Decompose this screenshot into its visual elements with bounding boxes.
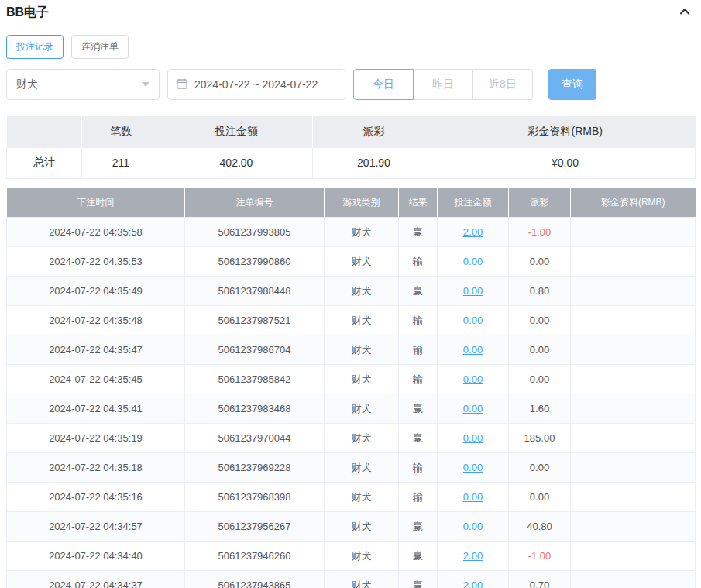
- bonus-value: [571, 571, 696, 588]
- game-select-value: 财犬: [16, 77, 38, 91]
- game-type: 财犬: [325, 277, 399, 306]
- bet-time: 2024-07-22 04:35:18: [7, 453, 185, 483]
- bet-amount-cell: 0.00: [438, 365, 509, 394]
- bet-amount-link[interactable]: 0.00: [463, 344, 483, 356]
- bet-amount-cell: 0.00: [438, 453, 509, 483]
- bet-amount-link[interactable]: 0.00: [463, 462, 483, 473]
- result-label: 输: [399, 453, 438, 483]
- payout-value: 0.00: [509, 247, 571, 277]
- payout-value: -1.00: [509, 218, 571, 247]
- result-label: 输: [399, 247, 438, 277]
- order-id: 5061237987521: [185, 306, 325, 335]
- table-row: 2024-07-22 04:35:585061237993805财犬赢2.00-…: [7, 218, 696, 247]
- result-label: 输: [399, 365, 438, 394]
- bet-amount-link[interactable]: 0.00: [463, 373, 483, 385]
- bet-time: 2024-07-22 04:35:58: [7, 218, 185, 247]
- filter-bar: 财犬 2024-07-22 ~ 2024-07-22 今日 昨日 近8日 查询: [6, 69, 695, 100]
- table-row: 2024-07-22 04:35:475061237986704财犬输0.000…: [7, 335, 696, 365]
- game-type: 财犬: [325, 512, 399, 542]
- tab-bet-records[interactable]: 投注记录: [6, 35, 64, 59]
- bet-amount-cell: 0.00: [438, 306, 509, 335]
- col-header-game-type: 游戏类别: [325, 188, 399, 218]
- bonus-value: [571, 335, 696, 365]
- game-type: 财犬: [325, 424, 399, 453]
- last-8-days-button[interactable]: 近8日: [472, 69, 533, 100]
- summary-header-row: 笔数 投注金额 派彩 彩金资料(RMB): [7, 116, 696, 147]
- bet-amount-link[interactable]: 0.00: [463, 403, 483, 414]
- table-row: 2024-07-22 04:35:165061237968398财犬输0.000…: [7, 483, 696, 512]
- tab-bar: 投注记录 连消注单: [6, 35, 695, 59]
- col-header-bonus: 彩金资料(RMB): [571, 188, 696, 218]
- table-row: 2024-07-22 04:35:485061237987521财犬输0.000…: [7, 306, 696, 335]
- bet-amount-link[interactable]: 0.00: [463, 285, 483, 297]
- bet-amount-link[interactable]: 2.00: [463, 226, 483, 238]
- game-type: 财犬: [325, 483, 399, 512]
- collapse-button[interactable]: [678, 5, 692, 21]
- game-type: 财犬: [325, 218, 399, 247]
- bonus-value: [571, 512, 696, 542]
- bet-amount-link[interactable]: 0.00: [463, 256, 483, 267]
- order-id: 5061237990860: [185, 247, 325, 277]
- table-row: 2024-07-22 04:35:455061237985842财犬输0.000…: [7, 365, 696, 394]
- search-button[interactable]: 查询: [548, 69, 596, 100]
- result-label: 赢: [399, 277, 438, 306]
- summary-total-bonus: ¥0.00: [435, 147, 696, 178]
- bonus-value: [571, 218, 696, 247]
- table-row: 2024-07-22 04:34:575061237956267财犬赢0.004…: [7, 512, 696, 542]
- summary-total-bet-amount: 402.00: [160, 147, 313, 178]
- today-button[interactable]: 今日: [353, 69, 414, 100]
- bet-amount-link[interactable]: 0.00: [463, 315, 483, 326]
- bet-amount-cell: 0.00: [438, 512, 509, 542]
- order-id: 5061237988448: [185, 277, 325, 306]
- bet-time: 2024-07-22 04:34:40: [7, 542, 185, 571]
- date-range-picker[interactable]: 2024-07-22 ~ 2024-07-22: [167, 69, 345, 100]
- tab-canceled-orders[interactable]: 连消注单: [71, 35, 129, 59]
- game-type: 财犬: [325, 394, 399, 424]
- game-select[interactable]: 财犬: [6, 69, 160, 100]
- bet-table-body: 2024-07-22 04:35:585061237993805财犬赢2.00-…: [7, 218, 696, 588]
- bet-time: 2024-07-22 04:35:47: [7, 335, 185, 365]
- calendar-icon: [176, 77, 188, 92]
- summary-header-blank: [7, 116, 82, 147]
- result-label: 赢: [399, 218, 438, 247]
- bet-time: 2024-07-22 04:35:19: [7, 424, 185, 453]
- bet-amount-link[interactable]: 0.00: [463, 491, 483, 503]
- bet-amount-link[interactable]: 2.00: [463, 550, 483, 562]
- yesterday-button[interactable]: 昨日: [413, 69, 473, 100]
- table-row: 2024-07-22 04:34:405061237946260财犬赢2.00-…: [7, 542, 696, 571]
- bet-amount-cell: 0.00: [438, 247, 509, 277]
- bet-table-header: 下注时间 注单编号 游戏类别 结果 投注金额 派彩 彩金资料(RMB): [7, 188, 696, 218]
- payout-value: 0.00: [509, 453, 571, 483]
- bet-amount-cell: 0.00: [438, 483, 509, 512]
- bet-amount-link[interactable]: 0.00: [463, 432, 483, 444]
- order-id: 5061237968398: [185, 483, 325, 512]
- table-row: 2024-07-22 04:35:535061237990860财犬输0.000…: [7, 247, 696, 277]
- game-type: 财犬: [325, 247, 399, 277]
- result-label: 赢: [399, 542, 438, 571]
- payout-value: 0.00: [509, 306, 571, 335]
- bet-time: 2024-07-22 04:35:41: [7, 394, 185, 424]
- summary-header-count: 笔数: [82, 116, 160, 147]
- summary-table: 笔数 投注金额 派彩 彩金资料(RMB) 总计 211 402.00 201.9…: [6, 116, 696, 179]
- bet-amount-link[interactable]: 2.00: [463, 579, 483, 588]
- bonus-value: [571, 394, 696, 424]
- payout-value: 1.60: [509, 394, 571, 424]
- summary-total-count: 211: [82, 147, 160, 178]
- order-id: 5061237986704: [185, 335, 325, 365]
- quick-date-buttons: 今日 昨日 近8日: [353, 69, 533, 100]
- order-id: 5061237956267: [185, 512, 325, 542]
- bet-amount-cell: 0.00: [438, 335, 509, 365]
- bet-time: 2024-07-22 04:35:45: [7, 365, 185, 394]
- bet-amount-link[interactable]: 0.00: [463, 521, 483, 532]
- result-label: 赢: [399, 571, 438, 588]
- bonus-value: [571, 424, 696, 453]
- col-header-bet-time: 下注时间: [7, 188, 185, 218]
- col-header-payout: 派彩: [509, 188, 571, 218]
- col-header-result: 结果: [399, 188, 438, 218]
- game-type: 财犬: [325, 335, 399, 365]
- summary-total-row: 总计 211 402.00 201.90 ¥0.00: [7, 147, 696, 178]
- bet-records-panel: BB电子 投注记录 连消注单 财犬 2024-07-22 ~ 2024-07-2…: [0, 0, 701, 588]
- result-label: 输: [399, 306, 438, 335]
- result-label: 赢: [399, 424, 438, 453]
- payout-value: 0.00: [509, 335, 571, 365]
